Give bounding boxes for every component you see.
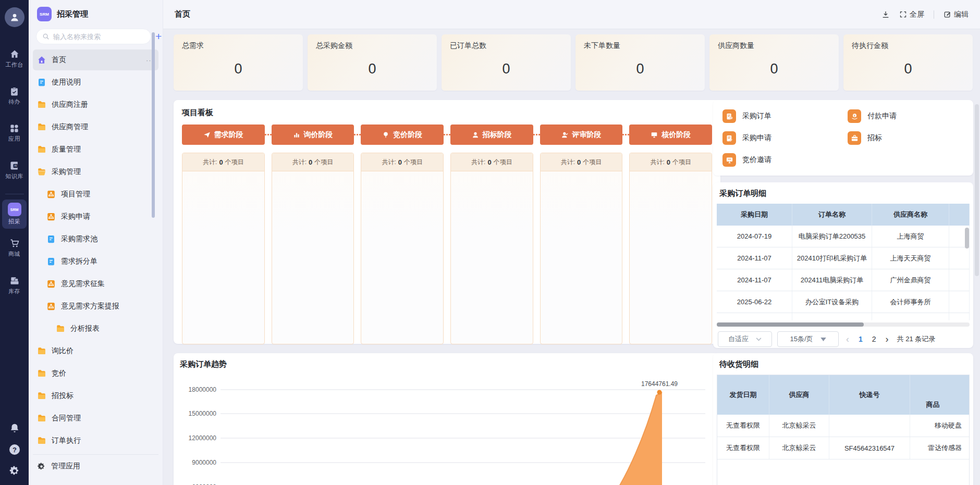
quick-links-panel: 采购订单 ¥ 付款申请 采购申请 招标 竞价邀请 — [713, 100, 973, 176]
sidebar-item-purchase-mgmt[interactable]: 采购管理 — [33, 161, 158, 182]
sidebar-item-label: 需求拆分单 — [61, 257, 154, 266]
page-size-select[interactable]: 15条/页 — [777, 331, 839, 347]
y-tick: 12000000 — [189, 434, 217, 442]
sidebar-scrollbar[interactable] — [152, 32, 155, 218]
stage-button-review[interactable]: 评审阶段 — [540, 125, 623, 145]
next-page-button[interactable]: › — [884, 334, 891, 345]
paper-plane-icon — [203, 131, 211, 139]
table-horizontal-scrollbar[interactable] — [717, 322, 970, 327]
table-row[interactable]: 2024-11-07 202411电脑采购订单 广州金鼎商贸 — [717, 269, 970, 291]
bell-icon[interactable] — [9, 422, 20, 434]
download-button[interactable] — [881, 10, 890, 19]
home-icon — [9, 49, 20, 59]
folder-icon — [37, 145, 46, 154]
svg-text:AI: AI — [14, 164, 17, 167]
stage-button-demand[interactable]: 需求阶段 — [182, 125, 265, 145]
sidebar-item-supplier-mgmt[interactable]: 供应商管理 — [33, 117, 158, 138]
table-row[interactable]: 2024-07-19 电脑采购订单2200535 上海商贸 — [717, 226, 970, 247]
sidebar-item-opinion-collect[interactable]: 意见需求征集 — [33, 273, 158, 294]
sidebar-item-purchase-request[interactable]: 采购申请 — [33, 206, 158, 227]
rail-item-inventory[interactable]: 库存 — [2, 272, 27, 299]
folder-icon — [37, 369, 46, 378]
rail-item-apps[interactable]: 应用 — [2, 120, 27, 146]
stage-row: 需求阶段 询价阶段 竞价阶段 招标阶段 评审阶段 — [182, 125, 712, 145]
trend-title: 采购订单趋势 — [174, 359, 720, 369]
table-row[interactable]: 无查看权限 北京鲸采云 移动硬盘 — [717, 415, 969, 437]
search-icon — [42, 33, 50, 40]
table-row[interactable]: 2024-11-07 202410打印机采购订单 上海天天商贸 — [717, 247, 970, 269]
add-icon[interactable]: + — [155, 31, 164, 43]
stage-button-auction[interactable]: 竞价阶段 — [361, 125, 444, 145]
rail-item-mall[interactable]: 商城 — [2, 235, 27, 261]
folder-icon — [56, 324, 65, 333]
folder-open-icon — [37, 167, 46, 177]
folder-icon — [37, 436, 46, 445]
quick-link-payment-request[interactable]: ¥ 付款申请 — [848, 105, 964, 127]
stage-connector — [444, 134, 450, 135]
sidebar-item-admin-app[interactable]: 管理应用 — [33, 456, 158, 477]
sidebar-item-contract[interactable]: 合同管理 — [33, 408, 158, 429]
cart-icon — [9, 238, 20, 248]
settings-gear-icon[interactable] — [9, 465, 20, 477]
fullscreen-button[interactable]: 全屏 — [899, 10, 924, 19]
col-clipped — [949, 204, 970, 226]
table-row[interactable]: 无查看权限 北京鲸采云 SF45642316547 雷达传感器 — [717, 437, 969, 459]
rail-item-knowledge[interactable]: AI 知识库 — [2, 157, 27, 183]
sidebar-divider — [33, 454, 158, 455]
chevron-down-icon — [756, 338, 762, 341]
rail-item-srm[interactable]: SRM 招采 — [2, 200, 27, 229]
col-ship-date: 发货日期 — [717, 375, 769, 415]
quick-link-purchase-request[interactable]: 采购申请 — [722, 127, 848, 149]
peak-data-point — [657, 390, 662, 395]
stat-value: 0 — [718, 61, 830, 77]
help-icon[interactable]: ? — [8, 443, 21, 456]
stage-button-pricing[interactable]: 核价阶段 — [629, 125, 712, 145]
sidebar-item-usage[interactable]: 使用说明 — [33, 72, 158, 93]
sidebar-item-order-exec[interactable]: 订单执行 — [33, 430, 158, 451]
sidebar-item-tender[interactable]: 招投标 — [33, 385, 158, 406]
sidebar-item-opinion-plan[interactable]: 意见需求方案提报 — [33, 296, 158, 317]
quick-link-auction-invite[interactable]: 竞价邀请 — [722, 149, 848, 171]
quick-link-tender[interactable]: 招标 — [848, 127, 964, 149]
stat-card-total-demand: 总需求 0 — [174, 34, 303, 91]
quick-link-label: 竞价邀请 — [742, 155, 771, 165]
sidebar-item-demand-pool[interactable]: 采购需求池 — [33, 229, 158, 250]
page-number-1[interactable]: 1 — [856, 335, 865, 343]
page-scrollbar[interactable] — [975, 104, 979, 276]
stage-label: 竞价阶段 — [393, 130, 422, 140]
col-product-group: 商品 — [910, 375, 969, 415]
person-icon — [472, 131, 479, 139]
fit-mode-select[interactable]: 自适应 — [718, 331, 772, 347]
folder-icon — [37, 100, 46, 109]
edit-label: 编辑 — [954, 10, 969, 19]
rail-label: 知识库 — [5, 172, 23, 180]
search-box[interactable] — [36, 29, 151, 44]
sidebar-item-rfq[interactable]: 询比价 — [33, 341, 158, 362]
order-detail-title: 采购订单明细 — [717, 189, 970, 198]
stage-button-tender[interactable]: 招标阶段 — [450, 125, 533, 145]
sidebar-item-demand-split[interactable]: 需求拆分单 — [33, 251, 158, 272]
table-vertical-scrollbar[interactable] — [965, 228, 969, 248]
sidebar-item-home[interactable]: 首页 ··· — [33, 49, 158, 70]
sidebar-item-label: 项目管理 — [61, 190, 154, 199]
sidebar-item-label: 管理应用 — [51, 462, 154, 471]
sidebar-item-project-mgmt[interactable]: 项目管理 — [33, 184, 158, 205]
sidebar-item-quality-mgmt[interactable]: 质量管理 — [33, 139, 158, 160]
user-avatar[interactable] — [5, 7, 24, 27]
rail-item-todo[interactable]: 待办 — [2, 83, 27, 109]
sidebar-item-bidding[interactable]: 竞价 — [33, 363, 158, 384]
sidebar-item-label: 供应商注册 — [52, 100, 154, 109]
stat-value: 0 — [316, 61, 428, 77]
quick-link-purchase-order[interactable]: 采购订单 — [722, 105, 848, 127]
search-input[interactable] — [53, 33, 145, 41]
stage-button-inquiry[interactable]: 询价阶段 — [272, 125, 354, 145]
stat-card-suppliers: 供应商数量 0 — [709, 34, 839, 91]
stat-card-ordered: 已订单总数 0 — [442, 34, 571, 91]
edit-button[interactable]: 编辑 — [944, 10, 969, 19]
rail-item-workbench[interactable]: 工作台 — [2, 46, 27, 72]
table-row[interactable]: 2025-06-22 办公室IT设备采购 会计师事务所 — [717, 291, 970, 313]
prev-page-button[interactable]: ‹ — [844, 334, 851, 345]
page-number-2[interactable]: 2 — [870, 335, 878, 343]
sidebar-item-analysis-report[interactable]: 分析报表 — [33, 318, 158, 339]
sidebar-item-supplier-register[interactable]: 供应商注册 — [33, 94, 158, 115]
